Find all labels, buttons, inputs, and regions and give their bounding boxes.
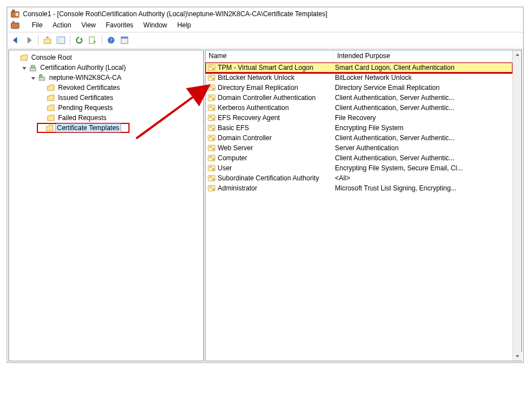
tree-label: neptune-WIN2K8CA-CA bbox=[47, 74, 123, 82]
up-button[interactable] bbox=[41, 34, 54, 46]
template-row[interactable]: AdministratorMicrosoft Trust List Signin… bbox=[205, 183, 512, 193]
svg-rect-52 bbox=[209, 147, 212, 148]
export-list-button[interactable] bbox=[87, 34, 99, 46]
svg-point-30 bbox=[212, 98, 214, 100]
help-button[interactable]: ? bbox=[105, 34, 117, 46]
tree-pending-requests[interactable]: Pending Requests bbox=[38, 103, 203, 113]
template-name: Subordinate Certification Authority bbox=[218, 174, 319, 182]
template-purpose: <All> bbox=[334, 174, 512, 182]
folder-icon bbox=[46, 124, 54, 132]
svg-rect-48 bbox=[209, 137, 212, 138]
mmc-window: Console1 - [Console Root\Certification A… bbox=[7, 7, 524, 363]
template-purpose: Client Authentication, Server Authentic.… bbox=[334, 94, 512, 102]
folder-icon bbox=[47, 94, 55, 102]
svg-rect-39 bbox=[209, 116, 213, 117]
template-name: Domain Controller bbox=[218, 134, 272, 142]
expander-icon[interactable] bbox=[12, 55, 18, 61]
tree-revoked-certificates[interactable]: Revoked Certificates bbox=[38, 83, 203, 93]
svg-point-54 bbox=[212, 158, 214, 160]
template-row[interactable]: Domain Controller AuthenticationClient A… bbox=[205, 93, 512, 103]
svg-rect-7 bbox=[57, 37, 60, 44]
svg-rect-31 bbox=[209, 96, 213, 97]
vertical-scrollbar[interactable] bbox=[512, 50, 521, 361]
tree-certificate-templates[interactable]: Certificate Templates bbox=[37, 123, 130, 133]
svg-rect-60 bbox=[209, 168, 212, 168]
template-row[interactable]: Domain ControllerClient Authentication, … bbox=[205, 133, 512, 143]
new-window-button[interactable] bbox=[118, 34, 131, 46]
svg-point-26 bbox=[212, 88, 214, 90]
tree-failed-requests[interactable]: Failed Requests bbox=[38, 113, 203, 123]
tree-console-root[interactable]: Console Root bbox=[11, 52, 203, 63]
list-body[interactable]: TPM - Virtual Smart Card LogonSmart Card… bbox=[205, 63, 512, 361]
scroll-up-icon[interactable] bbox=[513, 50, 521, 59]
ca-icon bbox=[29, 64, 37, 71]
col-header-name[interactable]: Name bbox=[205, 50, 334, 63]
svg-rect-13 bbox=[30, 68, 36, 71]
tree-label: Certification Authority (Local) bbox=[39, 64, 127, 71]
console-tree[interactable]: Console Root Certification Authority (Lo… bbox=[9, 52, 203, 133]
content: Console Root Certification Authority (Lo… bbox=[7, 49, 523, 362]
col-header-purpose[interactable]: Intended Purpose bbox=[334, 50, 512, 63]
forward-button[interactable] bbox=[23, 34, 35, 46]
svg-rect-5 bbox=[44, 39, 51, 44]
expander-open-icon[interactable] bbox=[30, 75, 36, 81]
mmc-icon bbox=[11, 9, 20, 18]
svg-point-38 bbox=[212, 118, 214, 120]
svg-point-66 bbox=[212, 188, 214, 190]
svg-rect-3 bbox=[11, 23, 19, 28]
back-button[interactable] bbox=[9, 34, 22, 46]
menu-help[interactable]: Help bbox=[178, 21, 191, 29]
menu-view[interactable]: View bbox=[82, 21, 96, 29]
menu-file[interactable]: File bbox=[32, 21, 42, 29]
svg-rect-4 bbox=[12, 21, 15, 23]
template-row[interactable]: Kerberos AuthenticationClient Authentica… bbox=[205, 103, 512, 113]
template-purpose: Microsoft Trust List Signing, Encrypting… bbox=[334, 184, 512, 192]
tree-ca-local[interactable]: Certification Authority (Local) bbox=[20, 63, 203, 73]
template-purpose: BitLocker Network Unlock bbox=[334, 74, 512, 82]
tree-ca-server[interactable]: neptune-WIN2K8CA-CA bbox=[29, 73, 203, 83]
template-name: Web Server bbox=[218, 144, 253, 152]
template-row[interactable]: ComputerClient Authentication, Server Au… bbox=[205, 153, 512, 163]
template-row[interactable]: TPM - Virtual Smart Card LogonSmart Card… bbox=[205, 63, 512, 73]
tree-issued-certificates[interactable]: Issued Certificates bbox=[38, 93, 203, 103]
template-name: Computer bbox=[218, 154, 247, 162]
template-name: Administrator bbox=[218, 184, 257, 192]
template-row[interactable]: Basic EFSEncrypting File System bbox=[205, 123, 512, 133]
template-row[interactable]: BitLocker Network UnlockBitLocker Networ… bbox=[205, 73, 512, 83]
show-hide-tree-button[interactable] bbox=[55, 34, 67, 46]
template-purpose: Client Authentication, Server Authentic.… bbox=[334, 134, 512, 142]
svg-rect-35 bbox=[209, 106, 213, 107]
svg-point-42 bbox=[212, 128, 214, 130]
tree-pane: Console Root Certification Authority (Lo… bbox=[8, 50, 204, 361]
template-purpose: Smart Card Logon, Client Authentication bbox=[334, 64, 512, 71]
template-row[interactable]: Web ServerServer Authentication bbox=[205, 143, 512, 153]
certificate-template-icon bbox=[208, 74, 215, 82]
svg-rect-19 bbox=[209, 66, 213, 66]
svg-point-50 bbox=[212, 148, 214, 150]
folder-icon bbox=[47, 114, 55, 122]
tree-label: Certificate Templates bbox=[55, 123, 121, 132]
tree-label: Issued Certificates bbox=[56, 94, 115, 102]
template-row[interactable]: Directory Email ReplicationDirectory Ser… bbox=[205, 83, 512, 93]
menu-action[interactable]: Action bbox=[52, 21, 71, 29]
template-row[interactable]: UserEncrypting File System, Secure Email… bbox=[205, 163, 512, 173]
svg-point-34 bbox=[212, 108, 214, 110]
template-row[interactable]: EFS Recovery AgentFile Recovery bbox=[205, 113, 512, 123]
svg-rect-14 bbox=[31, 65, 35, 68]
template-purpose: Encrypting File System bbox=[334, 124, 512, 132]
refresh-button[interactable] bbox=[73, 34, 85, 46]
certificate-template-icon bbox=[208, 174, 215, 182]
menu-favorites[interactable]: Favorites bbox=[106, 21, 133, 29]
template-row[interactable]: Subordinate Certification Authority<All> bbox=[205, 173, 512, 183]
svg-rect-36 bbox=[209, 107, 212, 108]
svg-point-18 bbox=[212, 68, 214, 70]
svg-rect-12 bbox=[121, 37, 128, 39]
separator bbox=[102, 35, 102, 45]
menu-window[interactable]: Window bbox=[143, 21, 167, 29]
mmc-small-icon bbox=[11, 21, 20, 30]
tree-label: Revoked Certificates bbox=[56, 84, 122, 92]
expander-open-icon[interactable] bbox=[21, 65, 27, 71]
folder-icon bbox=[47, 84, 55, 92]
certificate-template-icon bbox=[208, 134, 215, 142]
scroll-down-icon[interactable] bbox=[513, 352, 522, 361]
